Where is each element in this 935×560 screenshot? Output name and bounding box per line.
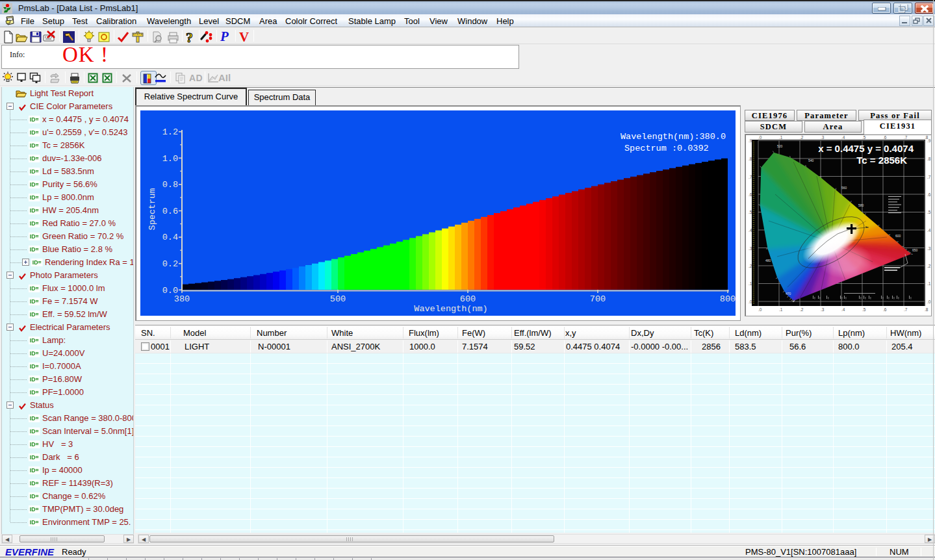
svg-text:Wavelength(nm): Wavelength(nm) — [414, 304, 487, 314]
svg-text:.3: .3 — [821, 135, 825, 140]
svg-text:600: 600 — [895, 234, 901, 238]
svg-text:.3: .3 — [927, 246, 931, 251]
svg-text:650: 650 — [912, 248, 918, 252]
svg-text:.0: .0 — [758, 307, 762, 312]
svg-text:.0: .0 — [749, 299, 752, 304]
svg-text:.7: .7 — [749, 175, 752, 179]
svg-text:Spectrum :0.0392: Spectrum :0.0392 — [624, 144, 709, 153]
svg-text:.6: .6 — [749, 192, 752, 197]
svg-text:.7: .7 — [927, 175, 931, 179]
svg-text:380: 380 — [174, 294, 190, 304]
svg-text:.5: .5 — [862, 135, 866, 140]
svg-text:.1: .1 — [779, 307, 783, 312]
svg-text:.0: .0 — [927, 299, 931, 304]
svg-text:0.2: 0.2 — [162, 259, 178, 269]
svg-text:.2: .2 — [749, 264, 752, 268]
svg-text:.7: .7 — [904, 135, 908, 140]
svg-text:.6: .6 — [927, 192, 931, 197]
svg-text:.4: .4 — [841, 307, 845, 312]
svg-text:560: 560 — [841, 186, 847, 190]
svg-text:0.8: 0.8 — [162, 180, 178, 190]
svg-text:.8: .8 — [749, 157, 752, 161]
svg-text:600: 600 — [460, 294, 476, 304]
svg-text:.1: .1 — [779, 135, 783, 140]
svg-text:500: 500 — [330, 294, 346, 304]
svg-text:470: 470 — [786, 292, 791, 296]
svg-text:?: ? — [186, 30, 193, 44]
svg-text:.7: .7 — [904, 307, 908, 312]
svg-text:520: 520 — [777, 144, 783, 148]
svg-text:.5: .5 — [862, 307, 866, 312]
svg-text:.9: .9 — [749, 138, 752, 143]
svg-text:700: 700 — [590, 294, 606, 304]
svg-text:.6: .6 — [883, 135, 887, 140]
svg-text:x = 0.4475 y = 0.4074: x = 0.4475 y = 0.4074 — [818, 143, 914, 154]
svg-text:Tc = 2856K: Tc = 2856K — [856, 155, 907, 166]
svg-text:P: P — [220, 30, 229, 44]
svg-text:.5: .5 — [927, 210, 931, 214]
svg-text:540: 540 — [808, 159, 814, 162]
svg-text:480: 480 — [765, 259, 771, 262]
svg-text:Spectrum: Spectrum — [147, 188, 157, 231]
svg-text:580: 580 — [858, 203, 864, 207]
svg-text:.2: .2 — [927, 264, 931, 268]
svg-text:.2: .2 — [800, 135, 804, 140]
svg-text:Wavelength(nm):380.0: Wavelength(nm):380.0 — [621, 132, 726, 142]
svg-text:.8: .8 — [927, 157, 931, 161]
svg-text:0.4: 0.4 — [162, 233, 178, 242]
svg-text:0.6: 0.6 — [162, 207, 178, 216]
svg-text:.9: .9 — [927, 138, 931, 143]
svg-text:.0: .0 — [758, 135, 762, 140]
svg-text:V: V — [239, 30, 249, 44]
svg-text:.3: .3 — [749, 246, 752, 251]
svg-text:800: 800 — [720, 294, 736, 304]
svg-text:.1: .1 — [927, 281, 931, 286]
svg-text:1.0: 1.0 — [162, 154, 178, 164]
svg-text:.1: .1 — [749, 281, 752, 286]
svg-text:.4: .4 — [841, 135, 845, 140]
svg-text:.8: .8 — [925, 307, 929, 312]
svg-text:.3: .3 — [821, 307, 825, 312]
svg-text:1.2: 1.2 — [162, 127, 178, 137]
svg-text:.4: .4 — [927, 228, 931, 233]
svg-text:.5: .5 — [749, 210, 752, 214]
svg-text:.4: .4 — [749, 228, 752, 233]
svg-text:.6: .6 — [883, 307, 887, 312]
svg-text:.2: .2 — [800, 307, 804, 312]
